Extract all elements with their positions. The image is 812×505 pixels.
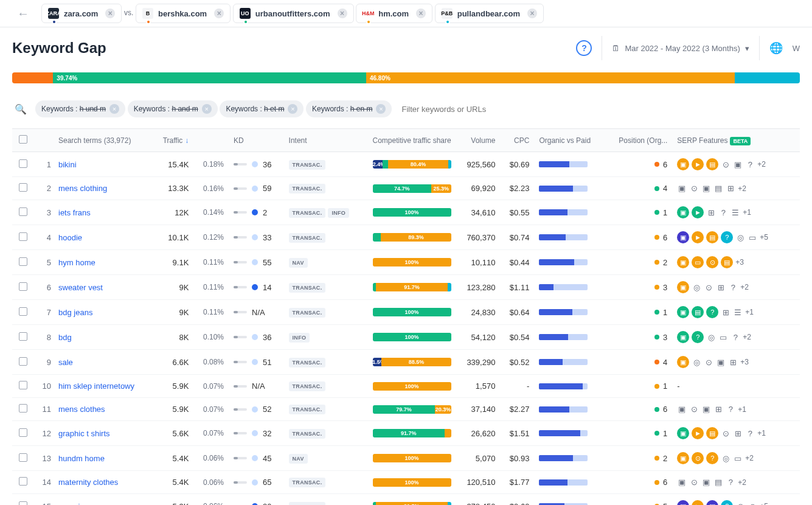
keyword-link[interactable]: bdg: [58, 333, 72, 342]
serp-feature-badge[interactable]: ?: [721, 231, 733, 243]
serp-feature-icon[interactable]: ◎: [735, 501, 745, 505]
serp-more[interactable]: +5: [760, 233, 768, 242]
serp-feature-icon[interactable]: ⊙: [704, 357, 713, 367]
serp-feature-badge[interactable]: ▣: [677, 281, 689, 293]
globe-icon[interactable]: 🌐: [769, 41, 783, 55]
row-checkbox[interactable]: [19, 257, 27, 266]
serp-more[interactable]: +1: [745, 308, 754, 316]
serp-feature-badge[interactable]: ▣: [677, 331, 689, 343]
serp-feature-icon[interactable]: ◎: [692, 357, 701, 367]
col-search-terms[interactable]: Search terms (33,972): [54, 129, 153, 152]
serp-feature-badge[interactable]: ►: [692, 206, 704, 218]
domain-chip[interactable]: ZARA zara.com ×: [41, 4, 122, 23]
remove-domain-icon[interactable]: ×: [214, 9, 224, 18]
keyword-link[interactable]: maternity clothes: [58, 478, 118, 487]
serp-more[interactable]: +2: [738, 478, 746, 487]
keyword-link[interactable]: sale: [58, 358, 73, 367]
serp-feature-icon[interactable]: ⊞: [726, 184, 735, 193]
serp-feature-badge[interactable]: ▣: [677, 256, 689, 268]
serp-feature-icon[interactable]: ⊞: [721, 307, 730, 317]
serp-more[interactable]: +2: [743, 333, 751, 341]
serp-feature-icon[interactable]: ▣: [733, 159, 743, 169]
serp-feature-icon[interactable]: ⊞: [728, 357, 738, 367]
serp-feature-badge[interactable]: ▣: [677, 306, 689, 318]
serp-feature-badge[interactable]: ?: [706, 452, 718, 464]
row-checkbox[interactable]: [19, 159, 27, 168]
row-checkbox[interactable]: [19, 477, 27, 486]
serp-feature-icon[interactable]: ⊞: [713, 405, 723, 414]
serp-feature-icon[interactable]: ▣: [677, 405, 687, 414]
serp-more[interactable]: +2: [745, 454, 754, 462]
serp-feature-badge[interactable]: ▤: [721, 256, 733, 268]
filter-input[interactable]: [398, 101, 800, 117]
remove-domain-icon[interactable]: ×: [527, 9, 537, 18]
date-range-picker[interactable]: 🗓 Mar 2022 - May 2022 (3 Months) ▾: [612, 44, 749, 53]
domain-chip[interactable]: UO urbanoutfitters.com ×: [233, 4, 354, 23]
select-all-checkbox[interactable]: [19, 135, 27, 144]
serp-feature-icon[interactable]: ⊙: [721, 159, 730, 169]
serp-feature-icon[interactable]: ?: [728, 282, 738, 292]
keyword-link[interactable]: mom jeans: [58, 502, 97, 506]
back-arrow[interactable]: ←: [12, 4, 34, 23]
serp-feature-icon[interactable]: ⊙: [748, 501, 757, 505]
serp-feature-badge[interactable]: ►: [692, 427, 704, 439]
filter-chip[interactable]: Keywords : h und m×: [35, 100, 125, 117]
keyword-link[interactable]: bikini: [58, 160, 77, 169]
serp-feature-icon[interactable]: ⊙: [704, 282, 713, 292]
keyword-link[interactable]: sweater vest: [58, 283, 103, 292]
serp-feature-icon[interactable]: ?: [718, 207, 728, 217]
keyword-link[interactable]: mens clothes: [58, 405, 105, 414]
keyword-link[interactable]: him sklep internetowy: [58, 381, 134, 391]
row-checkbox[interactable]: [19, 282, 27, 291]
domain-chip[interactable]: H&M hm.com ×: [356, 4, 432, 23]
serp-feature-icon[interactable]: ⊙: [689, 184, 699, 193]
serp-more[interactable]: +3: [740, 358, 749, 366]
serp-feature-badge[interactable]: ?: [692, 331, 704, 343]
row-checkbox[interactable]: [19, 453, 27, 462]
serp-feature-icon[interactable]: ▣: [716, 357, 726, 367]
serp-feature-icon[interactable]: ⊞: [716, 282, 726, 292]
col-serp[interactable]: SERP FeaturesBETA: [672, 129, 788, 152]
serp-feature-icon[interactable]: ▭: [733, 453, 743, 463]
keyword-link[interactable]: hym home: [58, 258, 95, 267]
serp-feature-icon[interactable]: ⊙: [721, 428, 730, 438]
domain-chip[interactable]: P&B pullandbear.com ×: [435, 4, 544, 23]
keyword-link[interactable]: graphic t shirts: [58, 429, 110, 438]
row-checkbox[interactable]: [19, 183, 27, 192]
serp-feature-badge[interactable]: ▤: [706, 158, 718, 170]
help-icon[interactable]: ?: [576, 40, 592, 56]
row-checkbox[interactable]: [19, 307, 27, 316]
serp-feature-badge[interactable]: ▣: [677, 452, 689, 464]
serp-feature-badge[interactable]: ▤: [706, 231, 718, 243]
row-checkbox[interactable]: [19, 381, 27, 389]
serp-feature-badge[interactable]: ▣: [677, 158, 689, 170]
remove-domain-icon[interactable]: ×: [338, 9, 347, 18]
serp-feature-badge[interactable]: ⊙: [692, 452, 704, 464]
remove-filter-icon[interactable]: ×: [109, 104, 119, 114]
serp-feature-badge[interactable]: ▤: [706, 500, 718, 505]
serp-feature-icon[interactable]: ◎: [735, 232, 745, 242]
col-competitive[interactable]: Competitive traffic share: [368, 129, 456, 152]
serp-feature-icon[interactable]: ◎: [706, 332, 716, 342]
row-checkbox[interactable]: [19, 207, 27, 216]
serp-feature-icon[interactable]: ?: [726, 405, 735, 414]
serp-feature-icon[interactable]: ▣: [701, 184, 711, 193]
row-checkbox[interactable]: [19, 501, 27, 506]
serp-feature-badge[interactable]: ►: [692, 231, 704, 243]
serp-more[interactable]: +1: [757, 429, 766, 437]
serp-feature-icon[interactable]: ⊞: [733, 428, 743, 438]
serp-feature-icon[interactable]: ?: [730, 332, 740, 342]
serp-feature-badge[interactable]: ⊙: [706, 256, 718, 268]
serp-feature-badge[interactable]: ▭: [692, 256, 704, 268]
keyword-link[interactable]: hoodie: [58, 233, 82, 242]
serp-feature-badge[interactable]: ▣: [677, 500, 689, 505]
serp-feature-icon[interactable]: ▤: [713, 184, 723, 193]
remove-domain-icon[interactable]: ×: [105, 9, 115, 18]
serp-more[interactable]: +2: [757, 160, 766, 169]
serp-feature-icon[interactable]: ☰: [730, 207, 740, 217]
serp-feature-icon[interactable]: ▣: [701, 405, 711, 414]
serp-more[interactable]: +1: [738, 405, 746, 414]
col-cpc[interactable]: CPC: [500, 129, 534, 152]
serp-feature-badge[interactable]: ▣: [677, 206, 689, 218]
serp-feature-badge[interactable]: ▤: [706, 427, 718, 439]
